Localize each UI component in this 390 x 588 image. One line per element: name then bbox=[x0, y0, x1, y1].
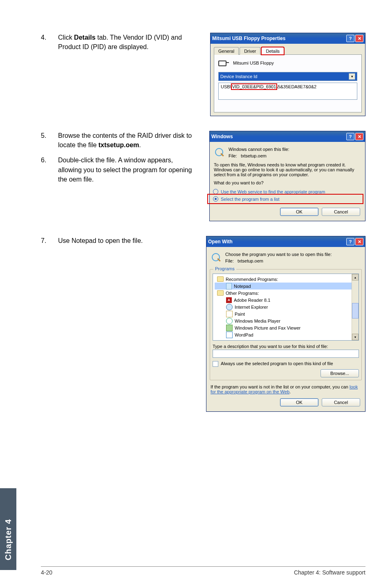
folder-icon bbox=[217, 290, 224, 296]
search-file-icon bbox=[214, 147, 225, 158]
list-item[interactable]: WordPad bbox=[215, 331, 357, 338]
help-icon[interactable]: ? bbox=[346, 35, 354, 42]
file-name: txtsetup.oem bbox=[238, 258, 263, 263]
dialog-title: Open With bbox=[208, 239, 345, 245]
radio-select-from-list[interactable]: Select the program from a list bbox=[209, 195, 362, 202]
wmp-icon bbox=[226, 318, 233, 324]
close-icon[interactable]: ✕ bbox=[355, 238, 363, 245]
step-number: 4. bbox=[41, 33, 58, 52]
question-text: What do you want to do? bbox=[213, 180, 362, 188]
list-item[interactable]: Recommended Programs: bbox=[215, 276, 357, 283]
notepad-icon bbox=[226, 283, 232, 290]
properties-dialog: Mitsumi USB Floppy Properties ? ✕ Genera… bbox=[210, 33, 365, 116]
tab-details[interactable]: Details bbox=[261, 47, 284, 55]
ie-icon bbox=[226, 304, 233, 310]
help-icon[interactable]: ? bbox=[346, 133, 354, 140]
dialog-title: Mitsumi USB Floppy Properties bbox=[212, 36, 345, 41]
tab-strip: General Driver Details bbox=[214, 47, 362, 55]
page-footer: 4-20 Chapter 4: Software support bbox=[41, 566, 365, 576]
property-dropdown[interactable]: Device Instance Id ▾ bbox=[218, 72, 357, 81]
ok-button[interactable]: OK bbox=[280, 398, 318, 406]
vid-pid-highlight: VID_03EE&PID_6901 bbox=[232, 84, 277, 89]
step-number: 7. bbox=[41, 236, 58, 245]
step-number: 6. bbox=[41, 155, 58, 184]
help-icon[interactable]: ? bbox=[346, 238, 354, 245]
list-item[interactable]: Windows Media Player bbox=[215, 317, 357, 324]
scrollbar[interactable]: ▴ ▾ bbox=[352, 274, 359, 340]
radio-web-service[interactable]: Use the Web service to find the appropri… bbox=[213, 189, 362, 194]
list-item[interactable]: Windows Picture and Fax Viewer bbox=[215, 324, 357, 331]
web-lookup-text: If the program you want is not in the li… bbox=[210, 380, 362, 394]
file-name: txtsetup.oem bbox=[241, 153, 267, 158]
folder-icon bbox=[217, 276, 224, 282]
cannot-open-text: Windows cannot open this file: bbox=[229, 147, 361, 152]
explain-text: To open this file, Windows needs to know… bbox=[213, 162, 362, 180]
step-7-text: Use Notepad to open the file. bbox=[58, 236, 192, 245]
search-file-icon bbox=[211, 252, 222, 263]
close-icon[interactable]: ✕ bbox=[355, 133, 363, 140]
step-number: 5. bbox=[41, 131, 58, 150]
tab-driver[interactable]: Driver bbox=[240, 47, 260, 55]
browse-button[interactable]: Browse... bbox=[321, 369, 359, 377]
step-4-text: Click Details tab. The Vendor ID (VID) a… bbox=[58, 33, 192, 52]
cancel-button[interactable]: Cancel bbox=[322, 208, 360, 216]
dialog-title: Windows bbox=[211, 134, 345, 139]
list-item[interactable]: Internet Explorer bbox=[215, 303, 357, 310]
open-with-dialog: Open With ? ✕ Choose the program you wan… bbox=[206, 236, 365, 412]
description-input[interactable] bbox=[213, 350, 359, 358]
chevron-down-icon[interactable]: ▾ bbox=[349, 73, 355, 80]
list-item[interactable]: Other Programs: bbox=[215, 290, 357, 296]
programs-group: Programs ▴ ▾ Recommended Programs: Notep… bbox=[210, 269, 362, 380]
cancel-button[interactable]: Cancel bbox=[322, 398, 360, 406]
titlebar: Mitsumi USB Floppy Properties ? ✕ bbox=[211, 33, 365, 44]
scroll-thumb[interactable] bbox=[352, 303, 359, 319]
chapter-label: Chapter 4: Software support bbox=[294, 569, 365, 576]
page-number: 4-20 bbox=[41, 569, 52, 576]
step-5-text: Browse the contents of the RAID driver d… bbox=[58, 131, 192, 150]
type-description-label: Type a description that you want to use … bbox=[213, 344, 359, 349]
scroll-up-icon[interactable]: ▴ bbox=[352, 274, 359, 281]
scroll-down-icon[interactable]: ▾ bbox=[352, 334, 359, 340]
device-name: Mitsumi USB Floppy bbox=[233, 61, 274, 65]
always-use-checkbox[interactable]: Always use the selected program to open … bbox=[213, 361, 359, 367]
list-item[interactable]: AAdobe Reader 8.1 bbox=[215, 296, 357, 303]
wordpad-icon bbox=[226, 332, 233, 338]
choose-program-text: Choose the program you want to use to op… bbox=[225, 252, 361, 257]
list-item[interactable]: Paint bbox=[215, 310, 357, 317]
adobe-icon: A bbox=[226, 297, 232, 303]
step-6-text: Double-click the file. A window appears,… bbox=[58, 155, 192, 184]
program-list[interactable]: ▴ ▾ Recommended Programs: Notepad Other … bbox=[213, 274, 359, 341]
close-icon[interactable]: ✕ bbox=[355, 35, 363, 42]
tab-general[interactable]: General bbox=[214, 47, 239, 55]
paint-icon bbox=[226, 311, 233, 317]
device-icon bbox=[218, 59, 229, 67]
cannot-open-dialog: Windows ? ✕ Windows cannot open this fil… bbox=[209, 131, 365, 221]
picture-fax-icon bbox=[226, 325, 233, 331]
list-item-notepad[interactable]: Notepad bbox=[215, 283, 357, 290]
chapter-tab: Chapter 4 bbox=[0, 488, 16, 570]
property-value-list[interactable]: USB\VID_03EE&PID_6901\5&35EDA8E7&0&2 bbox=[218, 83, 357, 100]
ok-button[interactable]: OK bbox=[280, 208, 318, 216]
